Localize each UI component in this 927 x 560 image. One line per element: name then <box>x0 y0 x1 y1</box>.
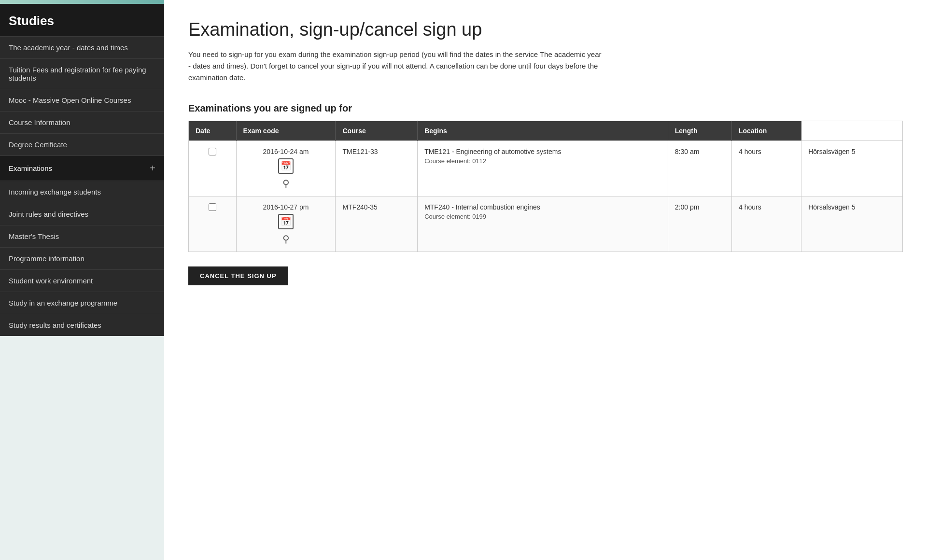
row-course-cell: TME121 - Engineering of automotive syste… <box>418 141 668 196</box>
table-header-date: Date <box>189 121 237 141</box>
sidebar-item-student-work[interactable]: Student work environment <box>0 269 164 292</box>
sidebar-item-label: The academic year - dates and times <box>9 43 128 52</box>
sidebar-item-masters-thesis[interactable]: Master's Thesis <box>0 225 164 247</box>
row-date-text: 2016-10-24 am <box>243 148 329 155</box>
table-header-begins: Begins <box>418 121 668 141</box>
row-course-element: Course element: 0112 <box>424 157 661 165</box>
sidebar-item-label: Mooc - Massive Open Online Courses <box>9 96 131 104</box>
row-date-cell: 2016-10-27 pm 📅 ⚲ <box>236 196 336 252</box>
sidebar-item-course-info[interactable]: Course Information <box>0 111 164 133</box>
row-checkbox-cell <box>189 141 237 196</box>
row-exam-code-cell: MTF240-35 <box>336 196 418 252</box>
table-header-length: Length <box>668 121 731 141</box>
sidebar-nav: The academic year - dates and timesTuiti… <box>0 36 164 336</box>
row-date-cell: 2016-10-24 am 📅 ⚲ <box>236 141 336 196</box>
sidebar-item-joint-rules[interactable]: Joint rules and directives <box>0 203 164 225</box>
table-row: 2016-10-24 am 📅 ⚲ TME121-33 TME121 - Eng… <box>189 141 903 196</box>
sidebar-item-label: Incoming exchange students <box>9 188 101 196</box>
row-course-name: MTF240 - Internal combustion engines <box>424 203 661 211</box>
sidebar-item-label: Joint rules and directives <box>9 210 88 218</box>
section-title: Examinations you are signed up for <box>188 103 903 114</box>
sidebar-item-programme-info[interactable]: Programme information <box>0 247 164 269</box>
sidebar-item-tuition-fees[interactable]: Tuition Fees and registration for fee pa… <box>0 58 164 89</box>
sidebar-item-study-results[interactable]: Study results and certificates <box>0 314 164 336</box>
row-date-text: 2016-10-27 pm <box>243 203 329 211</box>
person-icon: ⚲ <box>243 233 329 245</box>
table-header-course: Course <box>336 121 418 141</box>
row-length-cell: 4 hours <box>731 196 801 252</box>
main-content: Examination, sign-up/cancel sign up You … <box>164 0 927 560</box>
sidebar-item-label: Course Information <box>9 118 70 126</box>
sidebar-item-label: Master's Thesis <box>9 232 59 240</box>
row-begins-cell: 2:00 pm <box>668 196 731 252</box>
sidebar-item-exchange-programme[interactable]: Study in an exchange programme <box>0 292 164 314</box>
row-exam-code-cell: TME121-33 <box>336 141 418 196</box>
row-checkbox-cell <box>189 196 237 252</box>
row-length-cell: 4 hours <box>731 141 801 196</box>
table-header-row: DateExam codeCourseBeginsLengthLocation <box>189 121 903 141</box>
row-checkbox-1[interactable] <box>209 203 216 211</box>
row-course-name: TME121 - Engineering of automotive syste… <box>424 148 661 155</box>
calendar-icon: 📅 <box>278 214 294 229</box>
sidebar: Studies The academic year - dates and ti… <box>0 4 164 336</box>
page-description: You need to sign-up for you exam during … <box>188 49 604 84</box>
sidebar-item-label: Degree Certificate <box>9 140 67 149</box>
person-icon: ⚲ <box>243 178 329 189</box>
sidebar-gradient <box>0 0 164 4</box>
row-checkbox-0[interactable] <box>209 148 216 155</box>
sidebar-item-label: Tuition Fees and registration for fee pa… <box>9 66 155 82</box>
table-row: 2016-10-27 pm 📅 ⚲ MTF240-35 MTF240 - Int… <box>189 196 903 252</box>
calendar-icon: 📅 <box>278 158 294 174</box>
sidebar-item-label: Study in an exchange programme <box>9 299 117 307</box>
sidebar-title: Studies <box>0 4 164 36</box>
table-header-exam-code: Exam code <box>236 121 336 141</box>
sidebar-item-degree-cert[interactable]: Degree Certificate <box>0 133 164 155</box>
row-location-cell: Hörsalsvägen 5 <box>801 196 903 252</box>
page-title: Examination, sign-up/cancel sign up <box>188 19 903 40</box>
sidebar-item-incoming-exchange[interactable]: Incoming exchange students <box>0 181 164 203</box>
sidebar-item-label: Examinations <box>9 164 52 172</box>
sidebar-item-academic-year[interactable]: The academic year - dates and times <box>0 36 164 58</box>
exam-table: DateExam codeCourseBeginsLengthLocation … <box>188 121 903 252</box>
row-course-element: Course element: 0199 <box>424 213 661 220</box>
row-course-cell: MTF240 - Internal combustion engines Cou… <box>418 196 668 252</box>
row-location-cell: Hörsalsvägen 5 <box>801 141 903 196</box>
cancel-signup-button[interactable]: CANCEL THE SIGN UP <box>188 266 288 285</box>
table-header-location: Location <box>731 121 801 141</box>
sidebar-item-expand-icon[interactable]: + <box>150 163 155 174</box>
sidebar-item-examinations[interactable]: Examinations+ <box>0 155 164 181</box>
table-body: 2016-10-24 am 📅 ⚲ TME121-33 TME121 - Eng… <box>189 141 903 252</box>
sidebar-item-label: Student work environment <box>9 277 93 285</box>
row-begins-cell: 8:30 am <box>668 141 731 196</box>
sidebar-item-label: Study results and certificates <box>9 321 101 329</box>
sidebar-item-mooc[interactable]: Mooc - Massive Open Online Courses <box>0 89 164 111</box>
sidebar-item-label: Programme information <box>9 254 84 263</box>
